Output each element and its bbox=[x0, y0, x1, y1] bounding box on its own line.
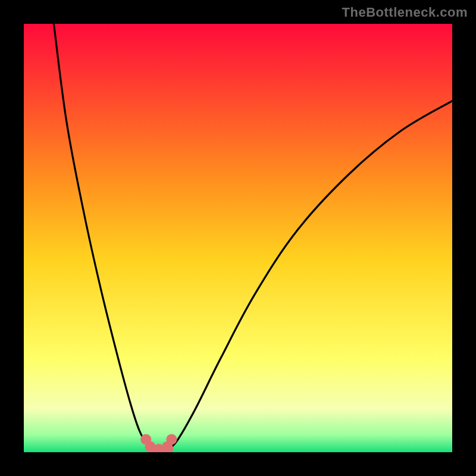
marker-point-4 bbox=[166, 434, 177, 444]
plot-area bbox=[24, 24, 452, 452]
plot-background bbox=[24, 24, 452, 452]
plot-svg bbox=[24, 24, 452, 452]
watermark-text: TheBottleneck.com bbox=[342, 5, 468, 20]
chart-frame: TheBottleneck.com bbox=[0, 0, 476, 476]
